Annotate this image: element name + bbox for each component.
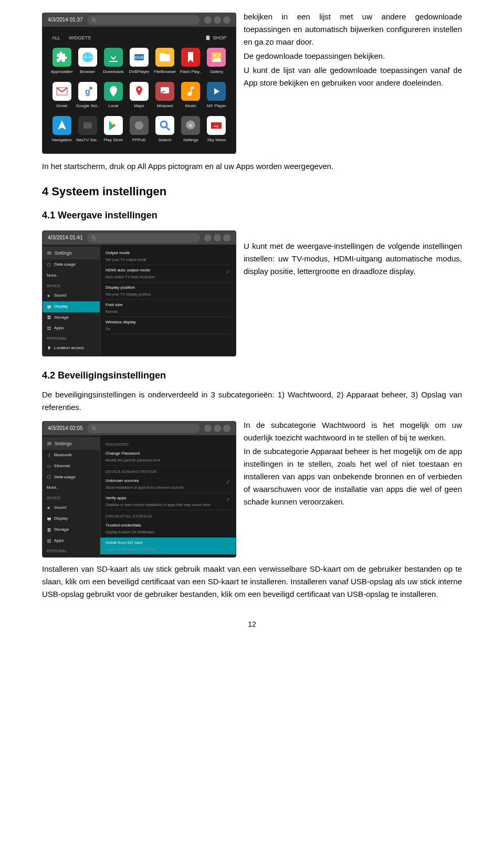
shop-link[interactable]: SHOP	[205, 34, 226, 41]
svg-rect-35	[48, 329, 49, 330]
svg-point-0	[92, 18, 94, 21]
app-googleset[interactable]: gGoogle Set..	[76, 82, 99, 110]
apps-screenshot: 4/3/2014 01:37 ALL WIDGETS SHOP AppInsta…	[42, 13, 236, 154]
app-gmail[interactable]: Gmail	[50, 82, 74, 110]
sidebar-item-sound[interactable]: Sound	[43, 502, 100, 513]
setting-trustedcredentials[interactable]: Trusted credentialsDisplay trusted CA ce…	[106, 520, 230, 538]
app-icon	[130, 82, 149, 101]
setting-verifyapps[interactable]: Verify appsDisallow or warn before insta…	[106, 493, 230, 510]
app-browser[interactable]: Browser	[76, 48, 99, 76]
search-box[interactable]	[87, 424, 200, 433]
setting-displayposition[interactable]: Display positionSet your TV display posi…	[106, 282, 230, 300]
app-maps[interactable]: Maps	[127, 82, 151, 110]
app-icon: DVB	[130, 48, 149, 67]
app-dvbplayer[interactable]: DVBDVBPlayer	[127, 48, 151, 76]
setting-unknownsources[interactable]: Unknown sourcesAllow installation of app…	[106, 476, 230, 493]
app-filebrowser[interactable]: FileBrowser	[153, 48, 177, 76]
svg-point-12	[138, 88, 140, 90]
sidebar-item-bluetooth[interactable]: Bluetooth	[43, 450, 100, 461]
app-label: Music	[179, 103, 203, 110]
checkmark-icon: ✓	[223, 495, 230, 504]
app-miracast[interactable]: Miracast	[153, 82, 177, 110]
app-label: Gmail	[50, 103, 74, 110]
search-icon	[91, 17, 97, 23]
status-bar: 4/3/2014 01:41	[43, 231, 236, 245]
app-playstore[interactable]: Play Store	[101, 116, 125, 144]
setting-fontsize[interactable]: Font sizeNormal	[106, 300, 230, 317]
app-label: Local	[101, 103, 125, 110]
app-settings[interactable]: Settings	[179, 116, 203, 144]
app-nestvser[interactable]: NesTV Ser..	[76, 116, 99, 144]
app-gallery[interactable]: Gallery	[205, 48, 228, 76]
setting-outputmode[interactable]: Output modeSet your TV output mode	[106, 248, 230, 265]
app-label: Google Set..	[76, 103, 99, 110]
app-icon	[207, 48, 226, 67]
sidebar-item-more[interactable]: More..	[43, 482, 100, 493]
sidebar-item-storage[interactable]: Storage	[43, 312, 100, 323]
app-icon	[155, 116, 174, 135]
svg-rect-33	[48, 327, 49, 328]
app-skynews[interactable]: skySky News	[205, 116, 228, 144]
sidebar-item-display[interactable]: Display	[43, 301, 100, 312]
app-appinstaller[interactable]: AppInstaller	[50, 48, 74, 76]
sidebar-item-ethernet[interactable]: Ethernet	[43, 461, 100, 472]
app-label: AppInstaller	[50, 69, 74, 76]
app-music[interactable]: Music	[179, 82, 203, 110]
app-navigation[interactable]: Navigation	[50, 116, 74, 144]
svg-rect-49	[48, 530, 51, 531]
svg-line-28	[49, 264, 50, 265]
paragraph: Installeren van SD-kaart als uw stick ge…	[42, 563, 462, 601]
svg-rect-46	[47, 518, 51, 520]
setting-installfromsdcard[interactable]: Install from SD cardInstall certificates…	[100, 538, 236, 555]
setting-wirelessdisplay[interactable]: Wireless displayOn	[106, 317, 230, 334]
sidebar-item-locationaccess[interactable]: Location access	[43, 343, 100, 354]
app-local[interactable]: Local	[101, 82, 125, 110]
app-label: Navigation	[50, 137, 74, 144]
app-flashplay[interactable]: Flash Play..	[179, 48, 203, 76]
status-bar: 4/3/2014 02:05	[43, 422, 236, 435]
app-label: Maps	[127, 103, 151, 110]
app-label: MX Player	[205, 103, 228, 110]
svg-rect-24	[47, 251, 51, 252]
app-pppoe[interactable]: PPPoE	[127, 116, 151, 144]
svg-point-8	[214, 55, 216, 57]
sidebar-item-apps[interactable]: Apps	[43, 323, 100, 334]
svg-rect-52	[48, 541, 49, 542]
security-settings-screenshot: 4/3/2014 02:05 SettingsBluetoothEthernet…	[42, 421, 236, 558]
app-icon: sky	[207, 116, 226, 135]
svg-rect-42	[47, 444, 51, 445]
setting-hdmiautooutputmode[interactable]: HDMI auto output modeAuto switch TV best…	[106, 265, 230, 282]
group-label: CREDENTIAL STORAGE	[106, 510, 230, 520]
search-box[interactable]	[87, 15, 200, 25]
sidebar-item-security[interactable]: Security	[43, 354, 100, 356]
svg-point-38	[92, 426, 94, 429]
sidebar-item-sound[interactable]: Sound	[43, 290, 100, 301]
checkmark-icon: ✓	[223, 478, 230, 487]
app-search[interactable]: Search	[153, 116, 177, 144]
page-number: 12	[42, 618, 462, 630]
tab-widgets[interactable]: WIDGETS	[69, 34, 91, 41]
sidebar-item-datausage[interactable]: Data usage	[43, 472, 100, 483]
svg-text:sky: sky	[214, 124, 219, 128]
app-mxplayer[interactable]: MX Player	[205, 82, 228, 110]
paragraph: U kunt met de weergave-instellingen de v…	[244, 240, 462, 278]
search-box[interactable]	[87, 233, 200, 243]
setting-changepassword[interactable]: Change PasswordModify the parents passwo…	[106, 448, 230, 466]
svg-marker-14	[214, 88, 219, 94]
sidebar-item-apps[interactable]: Apps	[43, 535, 100, 546]
paragraph: De beveiligingsinstellingen is onderverd…	[42, 388, 462, 414]
display-settings-screenshot: 4/3/2014 01:41 SettingsData usageMore..D…	[42, 230, 236, 356]
sidebar-item-display[interactable]: Display	[43, 513, 100, 524]
svg-point-16	[135, 121, 143, 130]
sidebar-item-more[interactable]: More..	[43, 270, 100, 281]
app-icon	[130, 116, 149, 135]
heading-security-settings: 4.2 Beveiligingsinstellingen	[42, 368, 462, 383]
search-icon	[91, 426, 97, 431]
datetime: 4/3/2014 01:41	[48, 234, 83, 242]
sidebar-item-datausage[interactable]: Data usage	[43, 259, 100, 270]
tab-all[interactable]: ALL	[52, 34, 60, 41]
app-downloads[interactable]: Downloads	[101, 48, 125, 76]
sidebar-item-storage[interactable]: Storage	[43, 524, 100, 535]
sidebar-item-locationaccess[interactable]: Location access	[43, 555, 100, 557]
setting-clearcredentials[interactable]: Clear credentialsRemove all certificates	[106, 555, 230, 557]
